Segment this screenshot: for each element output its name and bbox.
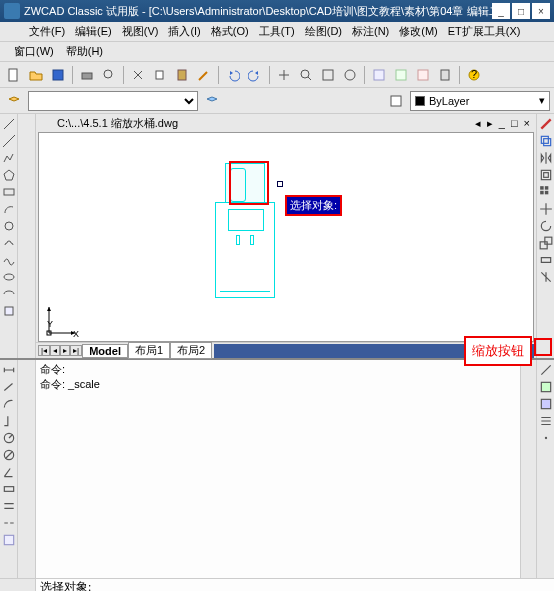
pline-icon[interactable]: [1, 150, 17, 166]
list-icon[interactable]: [538, 413, 554, 429]
dim-ord-icon[interactable]: [1, 413, 17, 429]
layer-mgr-icon[interactable]: [4, 91, 24, 111]
close-button[interactable]: ×: [532, 3, 550, 19]
tab-layout1[interactable]: 布局1: [128, 342, 170, 359]
rect-icon[interactable]: [1, 184, 17, 200]
line-icon[interactable]: [1, 116, 17, 132]
tab-next-icon[interactable]: ▸: [60, 345, 70, 356]
ellipse-arc-icon[interactable]: [1, 286, 17, 302]
doc-nav-right-icon[interactable]: ▸: [485, 117, 495, 130]
dist-icon[interactable]: [538, 362, 554, 378]
menu-tools[interactable]: 工具(T): [254, 24, 300, 39]
rotate-icon[interactable]: [538, 218, 554, 234]
doc-nav-left-icon[interactable]: ◂: [473, 117, 483, 130]
calc-icon[interactable]: [435, 65, 455, 85]
tab-model[interactable]: Model: [82, 344, 128, 358]
print-icon[interactable]: [77, 65, 97, 85]
area-icon[interactable]: [538, 379, 554, 395]
tp-icon[interactable]: [413, 65, 433, 85]
color-icon[interactable]: [386, 91, 406, 111]
undo-icon[interactable]: [223, 65, 243, 85]
dim-rad-icon[interactable]: [1, 430, 17, 446]
mirror-icon[interactable]: [538, 150, 554, 166]
doc-tab-label[interactable]: C:\...\4.5.1 缩放水桶.dwg: [57, 116, 178, 131]
match-icon[interactable]: [194, 65, 214, 85]
cmd-line: 命令: _scale: [40, 377, 516, 392]
menu-window[interactable]: 窗口(W): [8, 44, 60, 59]
dc-icon[interactable]: [391, 65, 411, 85]
dim-aligned-icon[interactable]: [1, 379, 17, 395]
menu-help[interactable]: 帮助(H): [60, 44, 109, 59]
tab-last-icon[interactable]: ▸|: [70, 345, 82, 356]
zoom-win-icon[interactable]: [318, 65, 338, 85]
menu-edit[interactable]: 编辑(E): [70, 24, 117, 39]
new-icon[interactable]: [4, 65, 24, 85]
scale-icon[interactable]: [538, 235, 554, 251]
circle-icon[interactable]: [1, 218, 17, 234]
document-tab: C:\...\4.5.1 缩放水桶.dwg ◂ ▸ _ □ ×: [36, 114, 536, 132]
offset-icon[interactable]: [538, 167, 554, 183]
dim-cont-icon[interactable]: [1, 515, 17, 531]
xline-icon[interactable]: [1, 133, 17, 149]
zoom-prev-icon[interactable]: [340, 65, 360, 85]
zoom-rt-icon[interactable]: [296, 65, 316, 85]
pan-icon[interactable]: [274, 65, 294, 85]
cut-icon[interactable]: [128, 65, 148, 85]
layer-prev-icon[interactable]: [202, 91, 222, 111]
doc-max-icon[interactable]: □: [509, 117, 520, 130]
redo-icon[interactable]: [245, 65, 265, 85]
stretch-icon[interactable]: [538, 252, 554, 268]
copy-obj-icon[interactable]: [538, 133, 554, 149]
insert-icon[interactable]: [1, 303, 17, 319]
move-icon[interactable]: [538, 201, 554, 217]
cmd-vscrollbar[interactable]: [520, 360, 536, 578]
revcloud-icon[interactable]: [1, 235, 17, 251]
menu-view[interactable]: 视图(V): [117, 24, 164, 39]
layer-select[interactable]: [28, 91, 198, 111]
dim-arc-icon[interactable]: [1, 396, 17, 412]
dim-quick-icon[interactable]: [1, 481, 17, 497]
dim-base-icon[interactable]: [1, 498, 17, 514]
minimize-button[interactable]: _: [492, 3, 510, 19]
spline-icon[interactable]: [1, 252, 17, 268]
help-icon[interactable]: ?: [464, 65, 484, 85]
menu-file[interactable]: 文件(F): [24, 24, 70, 39]
dim-ang-icon[interactable]: [1, 464, 17, 480]
command-history[interactable]: 命令: 命令: _scale: [36, 360, 520, 578]
paste-icon[interactable]: [172, 65, 192, 85]
trim-icon[interactable]: [538, 269, 554, 285]
save-icon[interactable]: [48, 65, 68, 85]
menu-draw[interactable]: 绘图(D): [300, 24, 347, 39]
ellipse-icon[interactable]: [1, 269, 17, 285]
arc-icon[interactable]: [1, 201, 17, 217]
dim-dia-icon[interactable]: [1, 447, 17, 463]
command-input[interactable]: 选择对象:: [36, 579, 554, 591]
array-icon[interactable]: [538, 184, 554, 200]
dim-space-icon[interactable]: [1, 532, 17, 548]
tab-prev-icon[interactable]: ◂: [50, 345, 60, 356]
dim-linear-icon[interactable]: [1, 362, 17, 378]
region-icon[interactable]: [538, 396, 554, 412]
menu-modify[interactable]: 修改(M): [394, 24, 443, 39]
maximize-button[interactable]: □: [512, 3, 530, 19]
props-icon[interactable]: [369, 65, 389, 85]
svg-rect-27: [540, 191, 544, 195]
menu-format[interactable]: 格式(O): [206, 24, 254, 39]
doc-close-icon[interactable]: ×: [522, 117, 532, 130]
polygon-icon[interactable]: [1, 167, 17, 183]
canvas[interactable]: 选择对象: Y X: [38, 132, 534, 342]
svg-point-37: [544, 437, 546, 439]
window-title: ZWCAD Classic 试用版 - [C:\Users\Administra…: [24, 4, 492, 19]
tab-first-icon[interactable]: |◂: [38, 345, 50, 356]
menu-dimension[interactable]: 标注(N): [347, 24, 394, 39]
erase-icon[interactable]: [538, 116, 554, 132]
doc-min-icon[interactable]: _: [497, 117, 507, 130]
tab-layout2[interactable]: 布局2: [170, 342, 212, 359]
menu-insert[interactable]: 插入(I): [163, 24, 205, 39]
menu-et[interactable]: ET扩展工具(X): [443, 24, 526, 39]
id-icon[interactable]: [538, 430, 554, 446]
open-icon[interactable]: [26, 65, 46, 85]
color-select[interactable]: ByLayer ▾: [410, 91, 550, 111]
copy-icon[interactable]: [150, 65, 170, 85]
preview-icon[interactable]: [99, 65, 119, 85]
